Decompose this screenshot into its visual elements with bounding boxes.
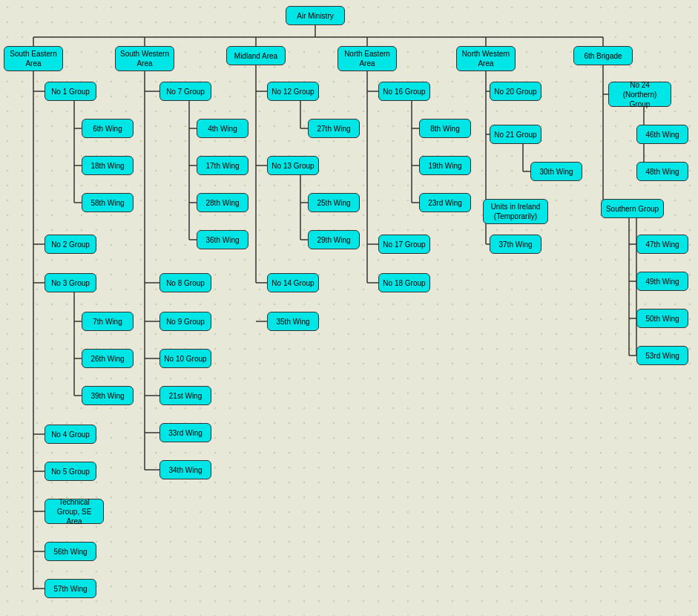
node-nw_area: North Western Area: [456, 46, 516, 71]
node-w4: 4th Wing: [197, 119, 248, 138]
node-no10grp: No 10 Group: [159, 349, 211, 368]
node-w37: 37th Wing: [490, 235, 541, 254]
node-no24grp: No 24 (Northern) Group: [608, 82, 671, 107]
node-no2grp: No 2 Group: [45, 235, 96, 254]
node-w46: 46th Wing: [636, 125, 688, 144]
node-no8grp: No 8 Group: [159, 273, 211, 292]
node-w26: 26th Wing: [82, 349, 134, 368]
node-w50: 50th Wing: [636, 309, 688, 328]
node-no7grp: No 7 Group: [159, 82, 211, 101]
node-w8: 8th Wing: [419, 119, 471, 138]
node-sw_area: South Western Area: [115, 46, 174, 71]
node-no3grp: No 3 Group: [45, 273, 96, 292]
node-w35: 35th Wing: [267, 312, 319, 331]
node-sgrp: Southern Group: [601, 199, 664, 218]
node-w49: 49th Wing: [636, 272, 688, 291]
node-w53: 53rd Wing: [636, 346, 688, 365]
node-w29: 29th Wing: [308, 230, 360, 249]
node-no12grp: No 12 Group: [267, 82, 319, 101]
node-w6: 6th Wing: [82, 119, 134, 138]
node-w23: 23rd Wing: [419, 193, 471, 212]
node-no16grp: No 16 Group: [378, 82, 430, 101]
node-w25: 25th Wing: [308, 193, 360, 212]
node-w47: 47th Wing: [636, 235, 688, 254]
node-brig6: 6th Brigade: [573, 46, 633, 65]
node-w39: 39th Wing: [82, 386, 134, 405]
node-w28: 28th Wing: [197, 193, 248, 212]
node-no1grp: No 1 Group: [45, 82, 96, 101]
node-no17grp: No 17 Group: [378, 235, 430, 254]
node-no5grp: No 5 Group: [45, 462, 96, 481]
node-se_area: South Eastern Area: [4, 46, 63, 71]
node-w48: 48th Wing: [636, 162, 688, 181]
node-no21grp: No 21 Group: [490, 125, 541, 144]
node-w33: 33rd Wing: [159, 423, 211, 442]
node-no9grp: No 9 Group: [159, 312, 211, 331]
node-w7: 7th Wing: [82, 312, 134, 331]
node-no14grp: No 14 Group: [267, 273, 319, 292]
node-w36: 36th Wing: [197, 230, 248, 249]
node-w30: 30th Wing: [530, 162, 582, 181]
node-w19: 19th Wing: [419, 156, 471, 175]
node-no13grp: No 13 Group: [267, 156, 319, 175]
node-no20grp: No 20 Group: [490, 82, 541, 101]
node-techgrp: Technical Group, SE Area: [45, 499, 104, 524]
node-mid_area: Midland Area: [226, 46, 286, 65]
node-w57: 57th Wing: [45, 579, 96, 598]
node-ne_area: North Eastern Area: [338, 46, 397, 71]
node-w34: 34th Wing: [159, 460, 211, 479]
node-w56: 56th Wing: [45, 542, 96, 561]
node-air_ministry: Air Ministry: [286, 6, 345, 25]
connector-lines: [0, 0, 698, 616]
node-w17: 17th Wing: [197, 156, 248, 175]
node-ireland: Units in Ireland (Temporarily): [483, 199, 548, 224]
node-w21: 21st Wing: [159, 386, 211, 405]
chart-container: Air MinistrySouth Eastern AreaSouth West…: [0, 0, 698, 616]
node-w18: 18th Wing: [82, 156, 134, 175]
node-w27: 27th Wing: [308, 119, 360, 138]
node-no4grp: No 4 Group: [45, 425, 96, 444]
node-no18grp: No 18 Group: [378, 273, 430, 292]
node-w58: 58th Wing: [82, 193, 134, 212]
